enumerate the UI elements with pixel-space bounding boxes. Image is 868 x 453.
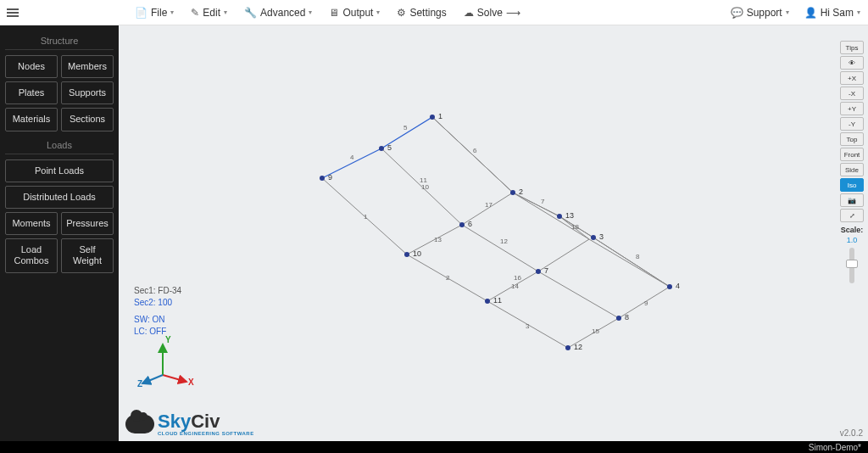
svg-text:18: 18 (571, 223, 579, 231)
menu-support[interactable]: 💬Support▾ (723, 0, 797, 25)
chevron-down-icon: ▾ (309, 8, 312, 16)
menu-support-label: Support (747, 7, 782, 19)
mesh-svg: 1 2 3 4 5 6 7 8 9 10 11 12 13 1 2 3 4 5 … (119, 25, 868, 441)
version-label: v2.0.2 (840, 428, 863, 438)
chevron-down-icon: ▾ (224, 8, 227, 16)
menu-file[interactable]: 📄File▾ (127, 0, 181, 25)
hamburger-menu[interactable] (0, 0, 25, 25)
eye-icon: 👁 (849, 59, 855, 67)
svg-text:10: 10 (413, 249, 421, 258)
svg-text:12: 12 (574, 343, 582, 351)
view-minus-y[interactable]: -Y (840, 117, 864, 131)
sec2-label: Sec2: 100 (134, 297, 181, 309)
menu-user-label: Hi Sam (821, 7, 854, 19)
svg-point-25 (430, 115, 435, 120)
svg-point-33 (379, 146, 384, 151)
menu-edit-label: Edit (203, 7, 220, 19)
chevron-down-icon: ▾ (786, 8, 789, 16)
chat-icon: 💬 (731, 7, 743, 19)
scale-value: 1.0 (847, 236, 858, 244)
svg-line-69 (163, 375, 186, 382)
menu-settings[interactable]: ⚙Settings (389, 0, 453, 25)
members-button[interactable]: Members (61, 55, 114, 78)
svg-text:10: 10 (421, 183, 429, 191)
menu-solve[interactable]: ☁Solve⟶ (456, 0, 528, 25)
axes-gizmo: X Y Z (137, 333, 197, 392)
view-top[interactable]: Top (840, 132, 864, 146)
gear-icon: ⚙ (397, 7, 406, 19)
fit-button[interactable]: ⤢ (840, 209, 864, 222)
view-controls: Tips 👁 +X -X +Y -Y Top Front Side Iso 📷 … (839, 41, 865, 283)
svg-text:12: 12 (500, 238, 508, 245)
svg-line-4 (462, 225, 538, 271)
menu-file-label: File (151, 7, 167, 19)
svg-text:17: 17 (485, 201, 492, 209)
svg-text:11: 11 (420, 176, 427, 184)
svg-line-71 (142, 375, 163, 383)
user-icon: 👤 (804, 7, 817, 19)
materials-button[interactable]: Materials (5, 108, 58, 131)
chevron-down-icon: ▾ (170, 8, 174, 16)
svg-text:3: 3 (526, 322, 530, 330)
status-bar: Simon-Demo* (0, 441, 868, 453)
menu-edit[interactable]: ✎Edit▾ (183, 0, 235, 25)
view-minus-x[interactable]: -X (840, 87, 864, 100)
menu-output[interactable]: 🖥Output▾ (321, 0, 387, 25)
svg-text:5: 5 (403, 124, 408, 131)
arrow-right-icon: ⟶ (506, 7, 520, 19)
view-plus-x[interactable]: +X (840, 71, 864, 85)
svg-point-29 (591, 235, 596, 240)
pressures-button[interactable]: Pressures (61, 212, 114, 235)
sections-button[interactable]: Sections (61, 108, 114, 131)
slider-thumb[interactable] (846, 260, 858, 268)
screenshot-button[interactable]: 📷 (840, 193, 864, 207)
svg-point-45 (485, 299, 490, 304)
cloud-icon (125, 415, 154, 433)
model-canvas[interactable]: 1 2 3 4 5 6 7 8 9 10 11 12 13 1 2 3 4 5 … (119, 25, 868, 441)
cloud-icon: ☁ (464, 7, 474, 19)
section-info: Sec1: FD-34 Sec2: 100 SW: ON LC: OFF (134, 285, 181, 338)
point-loads-button[interactable]: Point Loads (5, 159, 114, 182)
structure-title: Structure (5, 31, 114, 50)
view-front[interactable]: Front (840, 148, 864, 161)
view-plus-y[interactable]: +Y (840, 102, 864, 115)
chevron-down-icon: ▾ (857, 8, 860, 16)
svg-point-43 (404, 252, 409, 257)
expand-icon: ⤢ (849, 212, 855, 220)
svg-point-39 (616, 316, 621, 321)
tips-button[interactable]: Tips (840, 41, 864, 54)
svg-text:1: 1 (438, 112, 442, 120)
svg-point-31 (667, 284, 672, 289)
camera-icon: 📷 (848, 197, 856, 204)
scale-slider[interactable] (849, 248, 854, 283)
supports-button[interactable]: Supports (61, 81, 114, 104)
visibility-button[interactable]: 👁 (840, 56, 864, 70)
view-iso[interactable]: Iso (840, 178, 864, 192)
wrench-icon: 🔧 (244, 7, 257, 19)
distributed-loads-button[interactable]: Distributed Loads (5, 186, 114, 209)
svg-text:Y: Y (165, 335, 171, 344)
svg-text:5: 5 (387, 143, 392, 152)
moments-button[interactable]: Moments (5, 212, 58, 235)
svg-text:13: 13 (434, 236, 442, 243)
load-combos-button[interactable]: Load Combos (5, 238, 58, 272)
svg-text:14: 14 (511, 282, 519, 290)
menu-advanced[interactable]: 🔧Advanced▾ (236, 0, 320, 25)
loads-title: Loads (5, 135, 114, 154)
svg-line-20 (513, 193, 559, 216)
svg-text:13: 13 (565, 211, 574, 220)
svg-text:3: 3 (599, 232, 604, 241)
plates-button[interactable]: Plates (5, 81, 58, 104)
menu-user[interactable]: 👤Hi Sam▾ (797, 0, 868, 25)
svg-line-7 (513, 193, 589, 239)
logo-text: SkyCiv (158, 412, 254, 431)
sw-label: SW: ON (134, 314, 181, 326)
skyciv-logo: SkyCiv CLOUD ENGINEERING SOFTWARE (125, 412, 254, 436)
view-side[interactable]: Side (840, 163, 864, 176)
self-weight-button[interactable]: Self Weight (61, 238, 114, 272)
monitor-icon: 🖥 (329, 7, 339, 19)
nodes-button[interactable]: Nodes (5, 55, 58, 78)
svg-text:Z: Z (137, 379, 142, 389)
svg-text:4: 4 (350, 154, 354, 161)
svg-line-13 (432, 117, 513, 193)
